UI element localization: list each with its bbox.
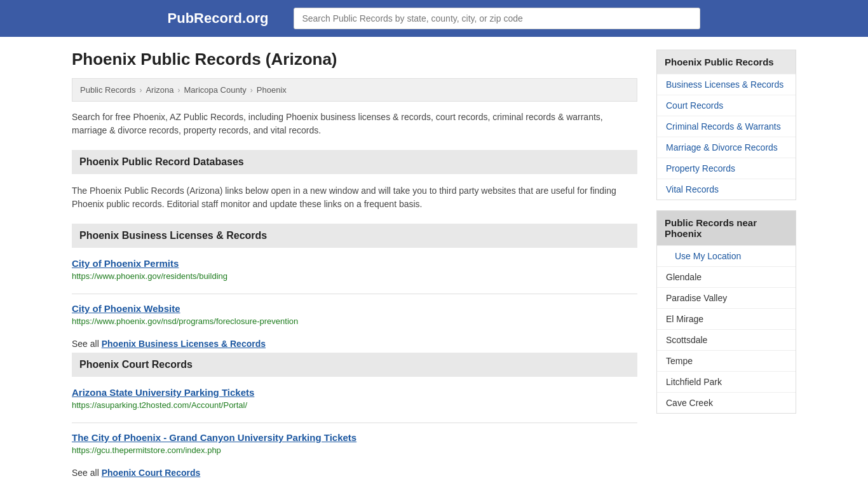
databases-description: The Phoenix Public Records (Arizona) lin… (72, 184, 637, 211)
sidebar-item-property: Property Records (657, 158, 796, 179)
breadcrumb-sep-1: › (139, 86, 142, 95)
court-section-header: Phoenix Court Records (72, 353, 637, 377)
sidebar-link-business[interactable]: Business Licenses & Records (657, 74, 796, 95)
court-record-1-url[interactable]: https://asuparking.t2hosted.com/Account/… (72, 400, 247, 410)
page-wrapper: Phoenix Public Records (Arizona) Public … (59, 37, 809, 488)
nearby-title: Public Records near Phoenix (657, 211, 796, 245)
breadcrumb: Public Records › Arizona › Maricopa Coun… (72, 78, 637, 102)
business-record-2-name[interactable]: City of Phoenix Website (72, 303, 637, 314)
header: PubRecord.org (0, 0, 868, 37)
breadcrumb-sep-3: › (250, 86, 253, 95)
phoenix-records-list: Business Licenses & Records Court Record… (657, 74, 796, 200)
business-see-all-link[interactable]: Phoenix Business Licenses & Records (102, 339, 266, 349)
sidebar-item-criminal: Criminal Records & Warrants (657, 116, 796, 137)
search-input[interactable] (294, 8, 700, 29)
divider-1 (72, 294, 637, 294)
breadcrumb-public-records[interactable]: Public Records (80, 85, 135, 95)
databases-section-header: Phoenix Public Record Databases (72, 150, 637, 174)
breadcrumb-sep-2: › (178, 86, 180, 95)
court-record-1: Arizona State University Parking Tickets… (72, 387, 637, 410)
business-see-all-line: See all Phoenix Business Licenses & Reco… (72, 339, 637, 349)
sidebar-item-court: Court Records (657, 95, 796, 116)
breadcrumb-phoenix[interactable]: Phoenix (257, 85, 287, 95)
sidebar-item-business: Business Licenses & Records (657, 74, 796, 95)
sidebar-link-criminal[interactable]: Criminal Records & Warrants (657, 116, 796, 137)
nearby-scottsdale[interactable]: Scottsdale (657, 329, 796, 350)
nearby-box: Public Records near Phoenix Use My Locat… (656, 210, 796, 414)
court-record-1-name[interactable]: Arizona State University Parking Tickets (72, 387, 637, 398)
nearby-paradise-valley[interactable]: Paradise Valley (657, 287, 796, 308)
nearby-litchfield-park[interactable]: Litchfield Park (657, 371, 796, 392)
use-my-location-link[interactable]: Use My Location (657, 245, 796, 266)
sidebar-link-property[interactable]: Property Records (657, 158, 796, 179)
court-record-2-name[interactable]: The City of Phoenix - Grand Canyon Unive… (72, 432, 637, 443)
sidebar-item-marriage: Marriage & Divorce Records (657, 137, 796, 158)
court-record-2: The City of Phoenix - Grand Canyon Unive… (72, 432, 637, 455)
page-title: Phoenix Public Records (Arizona) (72, 50, 637, 69)
court-see-all-line: See all Phoenix Court Records (72, 468, 637, 478)
site-title[interactable]: PubRecord.org (168, 10, 269, 27)
page-description: Search for free Phoenix, AZ Public Recor… (72, 111, 637, 137)
business-section-header: Phoenix Business Licenses & Records (72, 224, 637, 248)
business-record-1-name[interactable]: City of Phoenix Permits (72, 258, 637, 269)
nearby-cave-creek[interactable]: Cave Creek (657, 392, 796, 413)
court-record-2-url[interactable]: https://gcu.thepermitstore.com/index.php (72, 445, 221, 455)
nearby-glendale[interactable]: Glendale (657, 266, 796, 287)
main-content: Phoenix Public Records (Arizona) Public … (72, 50, 637, 482)
sidebar-item-vital: Vital Records (657, 179, 796, 200)
sidebar: Phoenix Public Records Business Licenses… (656, 50, 796, 482)
court-see-all-link[interactable]: Phoenix Court Records (102, 468, 201, 478)
breadcrumb-arizona[interactable]: Arizona (146, 85, 173, 95)
business-record-2: City of Phoenix Website https://www.phoe… (72, 303, 637, 326)
business-record-1-url[interactable]: https://www.phoenix.gov/residents/buildi… (72, 271, 227, 281)
sidebar-link-marriage[interactable]: Marriage & Divorce Records (657, 137, 796, 158)
phoenix-records-box: Phoenix Public Records Business Licenses… (656, 50, 796, 200)
nearby-el-mirage[interactable]: El Mirage (657, 308, 796, 329)
divider-2 (72, 423, 637, 423)
business-record-1: City of Phoenix Permits https://www.phoe… (72, 258, 637, 281)
sidebar-link-vital[interactable]: Vital Records (657, 179, 796, 200)
nearby-tempe[interactable]: Tempe (657, 350, 796, 371)
sidebar-link-court[interactable]: Court Records (657, 95, 796, 116)
phoenix-records-title: Phoenix Public Records (657, 50, 796, 74)
breadcrumb-maricopa[interactable]: Maricopa County (184, 85, 247, 95)
business-record-2-url[interactable]: https://www.phoenix.gov/nsd/programs/for… (72, 316, 298, 326)
